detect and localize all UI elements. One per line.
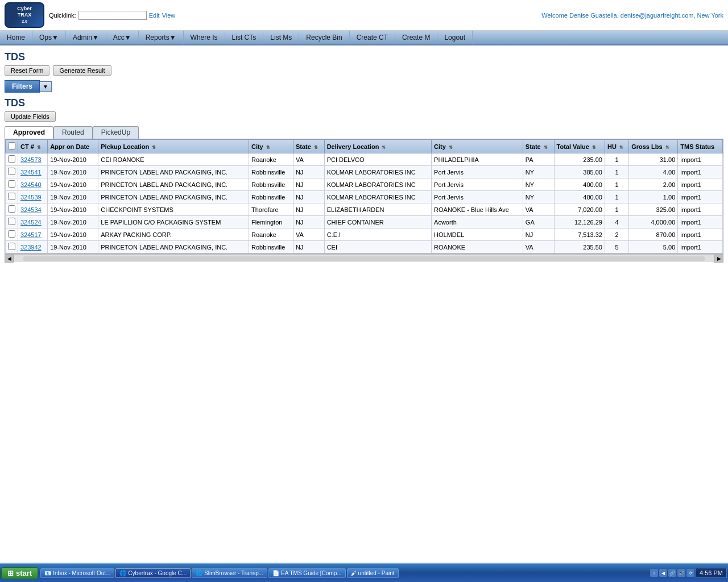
row-pickup-state: VA (293, 228, 324, 241)
page-title: TDS (5, 51, 723, 63)
row-appr-date: 19-Nov-2010 (48, 216, 98, 228)
ct-num-link[interactable]: 324524 (20, 219, 42, 226)
nav-home[interactable]: Home (0, 31, 32, 44)
row-hu: 1 (605, 203, 628, 216)
row-checkbox-7[interactable] (8, 243, 15, 250)
generate-result-button[interactable]: Generate Result (53, 65, 111, 76)
row-pickup-loc: PRINCETON LABEL AND PACKAGING, INC. (98, 191, 249, 203)
app-logo: CyberTRAX2.0 (5, 2, 44, 28)
row-checkbox-1[interactable] (8, 168, 15, 175)
row-appr-date: 19-Nov-2010 (48, 228, 98, 241)
row-delivery-state: VA (523, 203, 554, 216)
col-total-value[interactable]: Total Value ⇅ (554, 140, 605, 153)
col-ct-num[interactable]: CT # ⇅ (18, 140, 48, 153)
nav-where-is[interactable]: Where Is (184, 31, 225, 44)
ct-num-link[interactable]: 324517 (20, 231, 42, 238)
table-row: 324573 19-Nov-2010 CEI ROANOKE Roanoke V… (6, 153, 723, 166)
row-pickup-city: Robbinsville (249, 178, 293, 191)
row-pickup-city: Flemington (249, 216, 293, 228)
col-delivery-state[interactable]: State ⇅ (523, 140, 554, 153)
reset-form-button[interactable]: Reset Form (5, 65, 49, 76)
col-delivery-city[interactable]: City ⇅ (432, 140, 523, 153)
col-tms-status[interactable]: TMS Status (678, 140, 723, 153)
edit-link[interactable]: Edit (149, 12, 160, 19)
row-appr-date: 19-Nov-2010 (48, 178, 98, 191)
row-appr-date: 19-Nov-2010 (48, 191, 98, 203)
tab-pickedup[interactable]: PickedUp (93, 126, 139, 139)
ct-num-link[interactable]: 324540 (20, 181, 42, 188)
nav-create-m[interactable]: Create M (395, 31, 437, 44)
row-hu: 1 (605, 178, 628, 191)
data-table-container: CT # ⇅ Appr on Date Pickup Location ⇅ Ci… (5, 139, 723, 254)
col-hu[interactable]: HU ⇅ (605, 140, 628, 153)
col-gross-lbs[interactable]: Gross Lbs ⇅ (629, 140, 678, 153)
row-hu: 5 (605, 241, 628, 253)
nav-admin[interactable]: Admin▼ (66, 31, 106, 44)
row-hu: 4 (605, 216, 628, 228)
col-checkbox (6, 140, 18, 153)
row-ct-num: 323942 (18, 241, 48, 253)
nav-logout[interactable]: Logout (437, 31, 473, 44)
scroll-track[interactable] (23, 256, 705, 261)
nav-list-cts[interactable]: List CTs (225, 31, 264, 44)
quicklink-input[interactable] (78, 11, 147, 20)
view-link[interactable]: View (162, 12, 176, 19)
col-pickup-state[interactable]: State ⇅ (293, 140, 324, 153)
row-appr-date: 19-Nov-2010 (48, 153, 98, 166)
col-pickup-city[interactable]: City ⇅ (249, 140, 293, 153)
row-checkbox-0[interactable] (8, 155, 15, 163)
scroll-left-arrow[interactable]: ◀ (5, 255, 14, 263)
ct-num-link[interactable]: 323942 (20, 244, 42, 251)
col-pickup-loc[interactable]: Pickup Location ⇅ (98, 140, 249, 153)
tab-approved[interactable]: Approved (5, 126, 53, 139)
row-pickup-city: Roanoke (249, 153, 293, 166)
ct-num-link[interactable]: 324534 (20, 206, 42, 213)
row-checkbox-2[interactable] (8, 180, 15, 188)
update-fields-button[interactable]: Update Fields (5, 111, 56, 122)
table-row: 324534 19-Nov-2010 CHECKPOINT SYSTEMS Th… (6, 203, 723, 216)
row-pickup-city: Robbinsville (249, 241, 293, 253)
row-pickup-loc: CHECKPOINT SYSTEMS (98, 203, 249, 216)
nav-recycle-bin[interactable]: Recycle Bin (299, 31, 349, 44)
row-pickup-loc: CEI ROANOKE (98, 153, 249, 166)
nav-create-ct[interactable]: Create CT (350, 31, 395, 44)
ct-num-link[interactable]: 324539 (20, 194, 42, 201)
tab-routed[interactable]: Routed (53, 126, 93, 139)
filters-dropdown-button[interactable]: ▼ (40, 81, 52, 92)
row-checkbox-4[interactable] (8, 205, 15, 213)
nav-acc[interactable]: Acc▼ (106, 31, 139, 44)
nav-list-ms[interactable]: List Ms (263, 31, 299, 44)
ct-num-link[interactable]: 324541 (20, 169, 42, 176)
row-gross-lbs: 4.00 (629, 166, 678, 178)
row-ct-num: 324573 (18, 153, 48, 166)
row-tms-status: import1 (678, 203, 723, 216)
row-pickup-state: NJ (293, 216, 324, 228)
horizontal-scrollbar[interactable]: ◀ ▶ (5, 254, 723, 262)
row-ct-num: 324540 (18, 178, 48, 191)
col-appr-date[interactable]: Appr on Date (48, 140, 98, 153)
row-pickup-state: NJ (293, 241, 324, 253)
nav-reports[interactable]: Reports▼ (139, 31, 184, 44)
welcome-message: Welcome Denise Guastella, denise@jaguarf… (541, 12, 723, 19)
row-pickup-state: NJ (293, 203, 324, 216)
row-tms-status: import1 (678, 241, 723, 253)
row-ct-num: 324534 (18, 203, 48, 216)
row-checkbox-5[interactable] (8, 218, 15, 225)
filters-bar: Filters ▼ (5, 80, 723, 93)
row-tms-status: import1 (678, 166, 723, 178)
tab-bar: Approved Routed PickedUp (5, 126, 723, 139)
row-tms-status: import1 (678, 216, 723, 228)
select-all-checkbox[interactable] (8, 142, 15, 149)
row-delivery-city: Port Jervis (432, 166, 523, 178)
row-checkbox-3[interactable] (8, 193, 15, 200)
nav-ops[interactable]: Ops▼ (32, 31, 66, 44)
row-checkbox-6[interactable] (8, 230, 15, 238)
table-row: 324517 19-Nov-2010 ARKAY PACKING CORP. R… (6, 228, 723, 241)
row-total-value: 235.50 (554, 241, 605, 253)
scroll-right-arrow[interactable]: ▶ (714, 255, 723, 263)
col-delivery-loc[interactable]: Delivery Location ⇅ (324, 140, 431, 153)
ct-num-link[interactable]: 324573 (20, 156, 42, 163)
update-fields-container: Update Fields (5, 111, 723, 122)
row-delivery-state: NY (523, 166, 554, 178)
row-delivery-state: GA (523, 216, 554, 228)
